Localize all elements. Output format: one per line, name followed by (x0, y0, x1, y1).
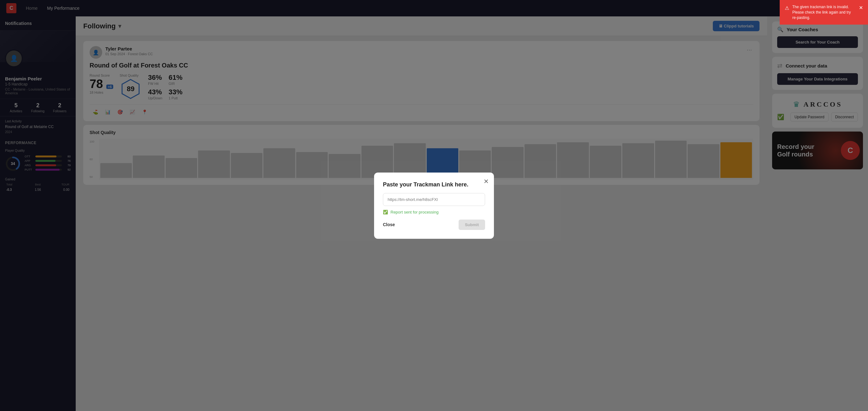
toast-message: The given trackman link is invalid. Plea… (792, 4, 856, 20)
modal-success-text: Report sent for processing (391, 210, 438, 215)
error-toast: ⚠ The given trackman link is invalid. Pl… (780, 0, 868, 25)
modal-success-icon: ✅ (383, 210, 388, 215)
modal-footer: Close Submit (383, 220, 485, 230)
modal-close-x[interactable]: ✕ (484, 178, 489, 185)
trackman-link-input[interactable] (383, 193, 485, 206)
toast-close[interactable]: ✕ (859, 4, 863, 11)
modal-success-message: ✅ Report sent for processing (383, 210, 485, 215)
trackman-modal: ✕ Paste your Trackman Link here. ✅ Repor… (374, 172, 494, 239)
modal-overlay[interactable]: ✕ Paste your Trackman Link here. ✅ Repor… (0, 0, 868, 411)
modal-submit-button[interactable]: Submit (459, 220, 485, 230)
modal-title: Paste your Trackman Link here. (383, 181, 485, 188)
modal-close-button[interactable]: Close (383, 222, 395, 227)
warning-icon: ⚠ (785, 5, 789, 12)
